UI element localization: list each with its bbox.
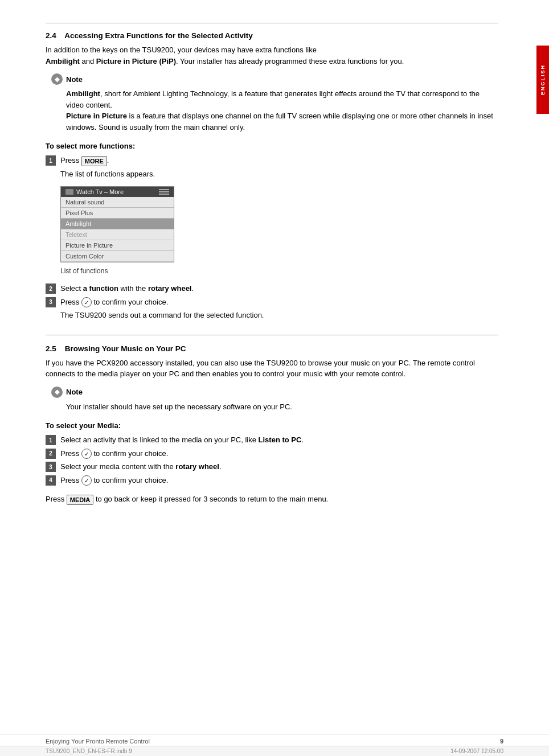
menu-row: Pixel Plus	[61, 208, 174, 219]
s2-step1-item: 1 Select an activity that is linked to t…	[46, 434, 498, 446]
menu-caption: List of functions	[60, 267, 498, 275]
print-left: TSU9200_END_EN-ES-FR.indb 9	[46, 748, 132, 754]
mid-rule	[46, 335, 498, 335]
step2-num: 2	[46, 284, 56, 294]
step3-after: The TSU9200 sends out a command for the …	[60, 310, 498, 321]
menu-header-thumb-icon	[65, 189, 73, 195]
s2-step1-text: Select an activity that is linked to the…	[60, 434, 304, 446]
menu-header-title: Watch Tv – More	[76, 188, 124, 195]
step3-text: Press ✓ to confirm your choice.	[60, 297, 168, 308]
s2-step4-num: 4	[46, 475, 56, 486]
step3-num: 3	[46, 297, 56, 307]
section2-heading: 2.5 Browsing Your Music on Your PC	[46, 344, 498, 353]
step1-text: Press MORE.	[60, 155, 109, 166]
section1-number: 2.4	[46, 31, 56, 40]
s2-step4-item: 4 Press ✓ to confirm your choice.	[46, 475, 498, 486]
section1-heading: 2.4 Accessing Extra Functions for the Se…	[46, 31, 498, 40]
footer: Enjoying Your Pronto Remote Control 9	[0, 734, 549, 745]
step3-item: 3 Press ✓ to confirm your choice.	[46, 297, 498, 308]
s2-step4-text: Press ✓ to confirm your choice.	[60, 475, 168, 486]
note2-label: Note	[66, 388, 83, 396]
s2-step3-num: 3	[46, 462, 56, 472]
s2-step2-item: 2 Press ✓ to confirm your choice.	[46, 448, 498, 459]
note2-box: ◆ Note Your installer should have set up…	[46, 387, 498, 413]
note1-label: Note	[66, 75, 83, 84]
section1-title: Accessing Extra Functions for the Select…	[64, 31, 252, 40]
section1-intro: In addition to the keys on the TSU9200, …	[46, 44, 498, 67]
step1-num: 1	[46, 155, 56, 166]
section2-intro: If you have the PCX9200 accessory instal…	[46, 358, 498, 380]
s2-step3-item: 3 Select your media content with the rot…	[46, 461, 498, 472]
menu-row: Picture in Picture	[61, 240, 174, 251]
check-icon-2: ✓	[81, 449, 92, 459]
menu-header-bars	[159, 189, 169, 195]
main-content: 2.4 Accessing Extra Functions for the Se…	[46, 23, 515, 506]
steps2-heading: To select your Media:	[46, 421, 498, 430]
check-icon-1: ✓	[81, 297, 92, 307]
section2-number: 2.5	[46, 344, 56, 353]
note2-content: Your installer should have set up the ne…	[51, 401, 498, 413]
menu-mock: Watch Tv – More Natural soundPixel PlusA…	[60, 186, 174, 262]
side-tab: ENGLISH	[536, 46, 549, 114]
s2-step3-text: Select your media content with the rotar…	[60, 461, 222, 472]
note2-header: ◆ Note	[51, 387, 498, 398]
menu-rows: Natural soundPixel PlusAmbilightTeletext…	[61, 197, 174, 262]
section2-title: Browsing Your Music on Your PC	[65, 344, 186, 353]
side-tab-label: ENGLISH	[540, 64, 546, 95]
menu-row: Natural sound	[61, 197, 174, 208]
note2-icon: ◆	[51, 387, 63, 398]
s2-step1-num: 1	[46, 435, 56, 445]
steps1-heading: To select more functions:	[46, 142, 498, 150]
menu-row: Custom Color	[61, 251, 174, 262]
top-rule	[46, 23, 498, 23]
s2-step2-text: Press ✓ to confirm your choice.	[60, 448, 168, 459]
footer-left: Enjoying Your Pronto Remote Control	[46, 738, 150, 745]
check-icon-3: ✓	[81, 475, 92, 486]
media-key: MEDIA	[67, 495, 93, 505]
s2-step2-num: 2	[46, 449, 56, 459]
more-key: MORE	[81, 156, 107, 166]
menu-header: Watch Tv – More	[61, 187, 174, 197]
note1-header: ◆ Note	[51, 73, 498, 85]
step1-subtext: The list of functions appears.	[60, 169, 498, 180]
menu-row: Ambilight	[61, 219, 174, 229]
print-right: 14-09-2007 12:05:00	[450, 748, 503, 754]
menu-row: Teletext	[61, 229, 174, 240]
print-info: TSU9200_END_EN-ES-FR.indb 9 14-09-2007 1…	[0, 746, 549, 756]
step1-item: 1 Press MORE.	[46, 155, 498, 166]
press-media-line: Press MEDIA to go back or keep it presse…	[46, 494, 498, 506]
footer-right: 9	[500, 738, 503, 745]
note1-content: Ambilight, short for Ambient Lighting Te…	[51, 88, 498, 133]
step2-text: Select a function with the rotary wheel.	[60, 283, 194, 294]
step2-item: 2 Select a function with the rotary whee…	[46, 283, 498, 294]
note1-box: ◆ Note Ambilight, short for Ambient Ligh…	[46, 73, 498, 133]
note1-icon: ◆	[51, 73, 63, 85]
